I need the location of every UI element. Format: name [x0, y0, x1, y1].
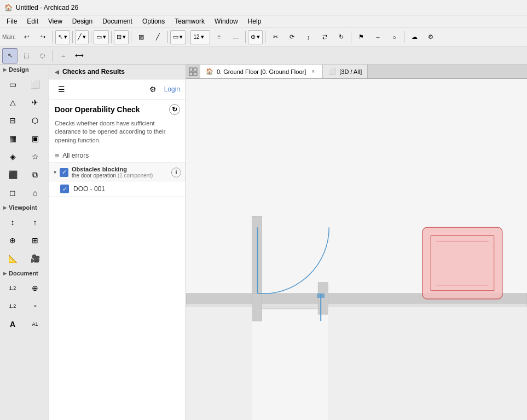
login-button[interactable]: Login [164, 85, 180, 93]
menu-edit[interactable]: Edit [22, 16, 43, 26]
scissors-btn[interactable]: ✂ [268, 30, 283, 45]
arrow-right-btn[interactable]: → [55, 48, 71, 64]
magic-btn[interactable]: ⟳ [284, 30, 299, 45]
arrow-select-btn[interactable]: ↖ [2, 48, 18, 64]
design-section-header[interactable]: Design [0, 65, 49, 74]
line2-btn[interactable]: ╱ [150, 30, 165, 45]
cloud-btn[interactable]: ☁ [407, 30, 422, 45]
menu-help[interactable]: Help [244, 16, 266, 26]
menu-file[interactable]: File [2, 16, 21, 26]
menu-teamwork[interactable]: Teamwork [170, 16, 209, 26]
beam-tool[interactable]: ⊟ [2, 112, 23, 129]
move-btn[interactable]: ↕ [300, 30, 316, 45]
elevation-tool[interactable]: ↕ [2, 214, 23, 231]
viewpoint-section-header[interactable]: Viewpoint [0, 203, 49, 212]
obstacle-group-header[interactable]: ▾ ✓ Obstacles blocking the door operatio… [49, 163, 186, 182]
list-btn[interactable]: ≡ [211, 30, 227, 45]
svg-rect-7 [252, 216, 262, 304]
svg-rect-22 [317, 294, 325, 298]
undo-button[interactable]: ↩ [19, 30, 34, 45]
lamp-tool[interactable]: ☆ [25, 148, 45, 165]
door-tool[interactable]: ◻ [2, 184, 23, 202]
text-dim-tool[interactable]: 1.2 [2, 297, 23, 315]
obstacle-checkbox[interactable]: ✓ [60, 168, 68, 177]
line-tool-dropdown[interactable]: ╱ ▾ [75, 30, 89, 44]
movie-tool[interactable]: 🎥 [25, 250, 45, 267]
text-size-dropdown[interactable]: 12 ▾ [190, 30, 210, 44]
checks-toolbar-right: ⚙ Login [147, 83, 180, 96]
railing-tool[interactable]: ⧉ [25, 166, 45, 183]
dimension-tool[interactable]: 1.2 [2, 279, 23, 297]
grid-tool-dropdown[interactable]: ⊞ ▾ [114, 30, 129, 44]
3dview-tool[interactable]: ⊞ [25, 232, 45, 249]
morph-tool[interactable]: ◈ [2, 148, 23, 165]
object-tool[interactable]: ⌂ [25, 184, 45, 202]
detail-tool[interactable]: 📐 [2, 250, 23, 267]
ground-floor-tab[interactable]: 🏠 0. Ground Floor [0. Ground Floor] × [200, 65, 323, 78]
circle-btn[interactable]: ○ [386, 30, 402, 45]
marquee-rect-btn[interactable]: ⬚ [19, 48, 34, 64]
result-item-doo001[interactable]: ✓ DOO - 001 [49, 182, 186, 196]
result-label: DOO - 001 [73, 185, 105, 193]
arrow-btn2[interactable]: → [370, 30, 385, 45]
layer-dropdown[interactable]: ⊕ ▾ [248, 30, 263, 44]
border-dropdown[interactable]: ▭ ▾ [170, 30, 186, 44]
dropdown-arrow2: ▾ [83, 33, 86, 41]
dropdown-arrow: ▾ [64, 33, 67, 41]
stair-tool[interactable]: ⬛ [2, 166, 23, 183]
menu-options[interactable]: Options [138, 16, 169, 26]
rect-tool-dropdown[interactable]: ▭ ▾ [94, 30, 109, 44]
menu-view[interactable]: View [44, 16, 67, 26]
settings-btn2[interactable]: ⚙ [147, 83, 160, 96]
menu-document[interactable]: Document [98, 16, 137, 26]
text-size-icon: 12 [193, 34, 199, 40]
lasso-btn[interactable]: ◌ [35, 48, 50, 64]
camera-tool[interactable]: ⊕ [2, 232, 23, 249]
arrow-both-btn[interactable]: ⟷ [72, 48, 87, 64]
mirror-btn[interactable]: ⇄ [317, 30, 332, 45]
wall-tool[interactable]: ▭ [2, 76, 23, 93]
separator-9 [265, 31, 265, 43]
floor-tab-close[interactable]: × [309, 68, 317, 76]
select-tool-dropdown[interactable]: ↖ ▾ [55, 30, 70, 44]
dropdown-arrow7: ▾ [257, 33, 260, 41]
menu-bar: File Edit View Design Document Options T… [0, 15, 527, 27]
main-layout: Design ▭ ⬜ △ ✈ ⊟ ⬡ ▦ ▣ ◈ ☆ ⬛ ⧉ ◻ ⌂ Viewp… [0, 65, 527, 420]
svg-rect-1 [194, 68, 197, 71]
check-title-bar: Door Operability Check ↻ [49, 100, 186, 117]
fill-btn[interactable]: ▨ [134, 30, 149, 45]
document-tool-grid: 1.2 ⊕ 1.2 ∝ A A1 [0, 278, 49, 334]
checks-panel: ◀ Checks and Results ☰ ⚙ Login Door Oper… [49, 65, 186, 420]
expand-icon: ▾ [54, 169, 56, 175]
text-tool[interactable]: A [2, 315, 23, 333]
settings-btn[interactable]: ⚙ [423, 30, 438, 45]
layer-icon: ⊕ [251, 33, 256, 41]
curtain-wall-tool[interactable]: ▦ [2, 130, 23, 147]
level-dim-tool[interactable]: ⊕ [25, 279, 45, 297]
angle-dim-tool[interactable]: ∝ [25, 297, 45, 315]
menu-window[interactable]: Window [210, 16, 242, 26]
slab-tool[interactable]: ✈ [25, 94, 45, 111]
menu-design[interactable]: Design [68, 16, 97, 26]
dash-btn[interactable]: — [228, 30, 243, 45]
rect-icon: ▭ [96, 33, 102, 41]
info-button[interactable]: ℹ [171, 168, 181, 177]
svg-rect-3 [194, 72, 197, 76]
panel-collapse-arrow[interactable]: ◀ [55, 69, 59, 75]
mesh-tool[interactable]: ⬡ [25, 112, 45, 129]
label-tool[interactable]: A1 [25, 315, 45, 333]
roof-tool[interactable]: △ [2, 94, 23, 111]
column-tool[interactable]: ⬜ [25, 76, 45, 93]
3d-tab[interactable]: ⬜ [3D / All] [323, 65, 368, 78]
result-checkbox[interactable]: ✓ [60, 185, 69, 193]
floor-plan-canvas[interactable] [186, 79, 527, 420]
hamburger-menu-btn[interactable]: ☰ [55, 83, 68, 96]
section-tool[interactable]: ↑ [25, 214, 45, 231]
document-section-header[interactable]: Document [0, 268, 49, 278]
refresh-button[interactable]: ↻ [169, 104, 180, 115]
flag-btn[interactable]: ⚑ [354, 30, 369, 45]
separator-7 [188, 31, 188, 43]
redo-button[interactable]: ↪ [35, 30, 50, 45]
shell-tool[interactable]: ▣ [25, 130, 45, 147]
rotate-btn[interactable]: ↻ [333, 30, 349, 45]
